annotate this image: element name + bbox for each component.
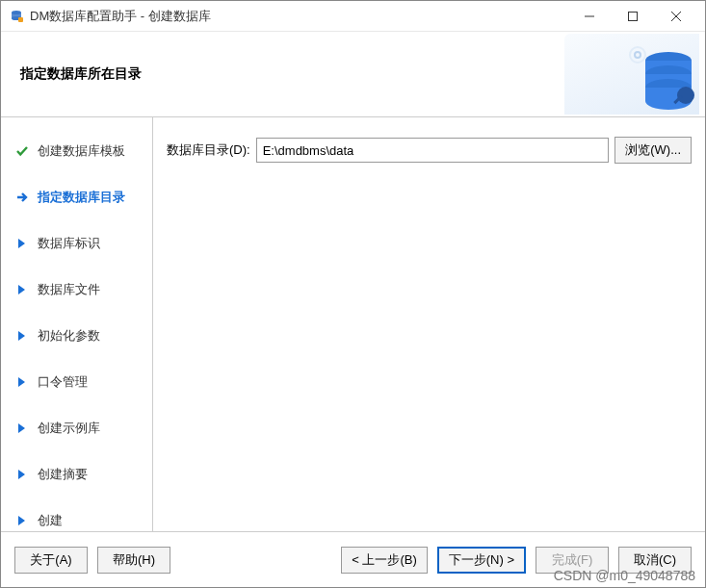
triangle-right-icon [14,515,30,526]
arrow-right-icon [14,192,30,203]
step-label: 初始化参数 [38,327,100,345]
step-init-params[interactable]: 初始化参数 [1,320,152,352]
step-label: 口令管理 [38,373,88,391]
svg-rect-2 [18,17,23,22]
finish-button: 完成(F) [536,547,609,574]
svg-point-10 [630,47,645,63]
check-icon [14,144,30,158]
minimize-button[interactable] [567,3,611,30]
triangle-right-icon [14,469,30,480]
step-create-template[interactable]: 创建数据库模板 [1,135,152,167]
step-label: 创建数据库模板 [38,142,125,160]
svg-point-7 [677,87,694,104]
triangle-right-icon [14,238,30,249]
triangle-right-icon [14,422,30,434]
step-database-id[interactable]: 数据库标识 [1,227,152,260]
browse-button[interactable]: 浏览(W)... [614,137,692,164]
title-bar: DM数据库配置助手 - 创建数据库 [1,1,705,32]
wizard-footer: 关于(A) 帮助(H) < 上一步(B) 下一步(N) > 完成(F) 取消(C… [1,531,705,587]
window-controls [567,3,697,30]
about-button[interactable]: 关于(A) [14,547,88,574]
help-button[interactable]: 帮助(H) [97,547,170,574]
step-label: 创建摘要 [38,466,88,483]
next-button[interactable]: 下一步(N) > [437,547,526,574]
step-label: 数据库标识 [38,235,100,252]
triangle-right-icon [14,284,30,295]
step-summary[interactable]: 创建摘要 [1,458,152,491]
directory-input[interactable] [256,138,610,163]
step-label: 指定数据库目录 [38,189,125,206]
step-label: 数据库文件 [38,281,100,298]
step-password[interactable]: 口令管理 [1,366,152,398]
app-icon [9,9,24,24]
svg-rect-3 [628,12,637,20]
page-title: 指定数据库所在目录 [20,65,142,83]
window-title: DM数据库配置助手 - 创建数据库 [30,8,567,25]
step-label: 创建 [38,512,63,529]
back-button[interactable]: < 上一步(B) [341,547,428,574]
close-button[interactable] [654,3,697,30]
header-art [564,34,699,115]
step-database-files[interactable]: 数据库文件 [1,273,152,306]
step-label: 创建示例库 [38,420,100,437]
wizard-body: 创建数据库模板 指定数据库目录 数据库标识 数据库文件 初始化参数 [1,117,705,531]
wizard-steps-sidebar: 创建数据库模板 指定数据库目录 数据库标识 数据库文件 初始化参数 [1,117,153,531]
maximize-button[interactable] [611,3,654,30]
triangle-right-icon [14,376,30,388]
step-specify-directory[interactable]: 指定数据库目录 [1,181,152,214]
wizard-header: 指定数据库所在目录 [1,32,705,116]
directory-label: 数据库目录(D): [167,141,250,159]
directory-row: 数据库目录(D): 浏览(W)... [167,137,692,164]
wizard-main: 数据库目录(D): 浏览(W)... [153,117,705,531]
triangle-right-icon [14,330,30,342]
step-sample-db[interactable]: 创建示例库 [1,412,152,445]
cancel-button[interactable]: 取消(C) [618,547,692,574]
svg-point-9 [635,52,641,58]
